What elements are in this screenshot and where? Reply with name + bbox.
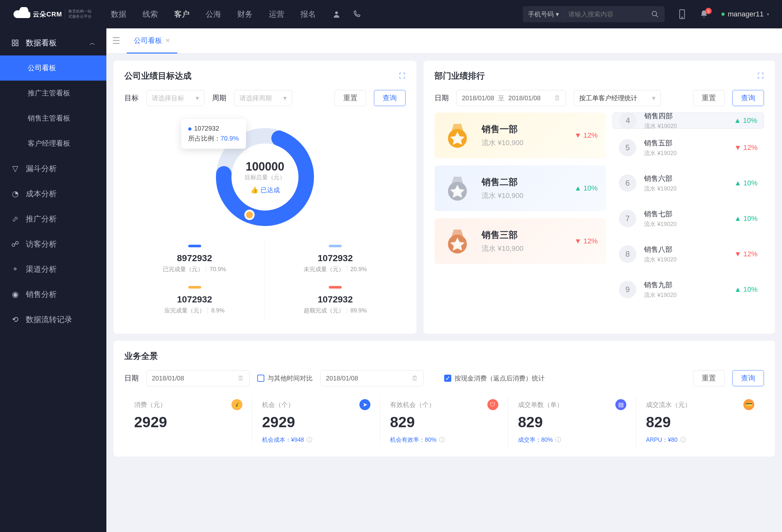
svg-text:3: 3 <box>456 240 460 248</box>
main: ☰ 公司看板✕ 公司业绩目标达成⛶ 目标 请选择目标▾ 周期 请选择周期▾ 重置 <box>106 28 782 532</box>
sidebar-item[interactable]: ⟲数据流转记录 <box>0 307 106 332</box>
topnav-item[interactable]: 财务 <box>237 9 253 19</box>
expand-icon[interactable]: ⛶ <box>399 72 405 80</box>
svg-point-0 <box>335 11 338 14</box>
stat-item: 1072932应完成量（元）8.9% <box>125 280 265 321</box>
achieved-badge: 👍已达成 <box>250 186 280 194</box>
logo: 云朵CRM 教育机构一站式服务云平台 <box>13 7 92 21</box>
sidebar-item[interactable]: ◔成本分析 <box>0 181 106 206</box>
cash-checkbox[interactable]: ✓按现金消费（返点后消费）统计 <box>444 374 545 383</box>
nav-icon: ◔ <box>11 189 19 198</box>
kpi-icon: 💰 <box>232 399 242 410</box>
help-icon[interactable]: ⓘ <box>680 436 686 444</box>
sidebar-item[interactable]: ⚬渠道分析 <box>0 257 106 282</box>
svg-rect-7 <box>16 43 18 46</box>
card-title: 公司业绩目标达成 <box>125 70 191 81</box>
rank-top-item[interactable]: 1销售一部流水 ¥10,900▼ 12% <box>434 112 606 158</box>
nav-icon: ☍ <box>11 240 19 248</box>
expand-icon[interactable]: ⛶ <box>757 72 764 80</box>
kpi-icon: 💳 <box>743 399 754 410</box>
sidebar-item[interactable]: ☍访客分析 <box>0 232 106 257</box>
stat-item: 1072932超额完成（元）89.9% <box>265 280 405 321</box>
reset-button[interactable]: 重置 <box>693 370 724 386</box>
sidebar-item[interactable]: 推广主管看板 <box>0 81 106 106</box>
svg-rect-5 <box>16 40 18 42</box>
reset-button[interactable]: 重置 <box>693 90 724 106</box>
kpi-item: 消费（元）💰2929 <box>125 396 252 447</box>
topnav-item[interactable]: 公海 <box>206 9 221 19</box>
svg-point-3 <box>682 17 682 18</box>
logo-text: 云朵CRM <box>33 10 62 19</box>
user-icon[interactable] <box>332 10 341 19</box>
phone-icon[interactable] <box>352 10 361 19</box>
rank-list-item[interactable]: 6销售六部流水 ¥19020▲ 10% <box>612 167 764 200</box>
logo-icon <box>13 7 30 21</box>
search-type-select[interactable]: 手机号码▾ <box>528 10 564 19</box>
search-input[interactable] <box>568 11 650 18</box>
select-target[interactable]: 请选择目标▾ <box>146 90 204 106</box>
rank-list-item[interactable]: 8销售八部流水 ¥19020▼ 12% <box>612 238 764 271</box>
device-icon[interactable] <box>678 10 686 19</box>
bell-icon[interactable]: 5 <box>700 10 709 19</box>
search-box[interactable]: 手机号码▾ <box>523 6 665 22</box>
sidebar-item[interactable]: ▽漏斗分析 <box>0 156 106 181</box>
rank-list-item[interactable]: 7销售七部流水 ¥19020▲ 10% <box>612 202 764 235</box>
rank-list-item[interactable]: 4销售四部流水 ¥19020▲ 10% <box>612 112 764 129</box>
topnav-item[interactable]: 线索 <box>142 9 158 19</box>
date-input-1[interactable]: 2018/01/08🗓 <box>146 370 249 386</box>
nav-icon: ◉ <box>11 290 19 298</box>
select-period[interactable]: 请选择周期▾ <box>234 90 292 106</box>
date-input-2[interactable]: 2018/01/08🗓 <box>320 370 424 386</box>
tabs-bar: ☰ 公司看板✕ <box>106 28 782 54</box>
topnav-item[interactable]: 运营 <box>269 9 284 19</box>
card-rank: 部门业绩排行⛶ 日期 2018/01/08至2018/01/08🗓 按工单客户经… <box>424 61 775 334</box>
topnav-item[interactable]: 报名 <box>300 9 316 19</box>
kpi-icon: 🛡 <box>487 399 498 410</box>
close-icon[interactable]: ✕ <box>165 37 170 44</box>
stat-item: 8972932已完成量（元）70.9% <box>125 238 265 280</box>
topnav-item[interactable]: 数据 <box>111 9 127 19</box>
sidebar-item[interactable]: 客户经理看板 <box>0 131 106 156</box>
label-date: 日期 <box>125 374 139 383</box>
sidebar-item[interactable]: ⬀推广分析 <box>0 206 106 232</box>
help-icon[interactable]: ⓘ <box>556 436 561 444</box>
kpi-item: 有效机会（个）🛡829机会有效率：80% ⓘ <box>380 396 508 447</box>
query-button[interactable]: 查询 <box>374 90 405 106</box>
donut-value: 100000 <box>246 160 284 174</box>
sidebar-item[interactable]: 公司看板 <box>0 56 106 81</box>
rank-list-item[interactable]: 5销售五部流水 ¥19020▼ 12% <box>612 131 764 164</box>
rank-top-item[interactable]: 2销售二部流水 ¥10,900▲ 10% <box>434 166 606 211</box>
label-period: 周期 <box>212 93 226 103</box>
donut-label: 目标总量（元） <box>245 174 285 181</box>
date-range-input[interactable]: 2018/01/08至2018/01/08🗓 <box>456 90 566 106</box>
query-button[interactable]: 查询 <box>732 90 764 106</box>
topnav: 数据线索客户公海财务运营报名 <box>111 9 316 19</box>
kpi-item: 机会（个）➤2929机会成本：¥948 ⓘ <box>252 396 380 447</box>
sidebar-group-dashboard[interactable]: 数据看板 ︿ <box>0 30 106 56</box>
rank-top-item[interactable]: 3销售三部流水 ¥10,900▼ 12% <box>434 218 606 264</box>
card-goal: 公司业绩目标达成⛶ 目标 请选择目标▾ 周期 请选择周期▾ 重置 查询 <box>113 61 417 334</box>
user-menu[interactable]: manager11▾ <box>721 10 769 19</box>
topbar: 云朵CRM 教育机构一站式服务云平台 数据线索客户公海财务运营报名 手机号码▾ … <box>0 0 782 28</box>
menu-toggle-icon[interactable]: ☰ <box>112 35 120 46</box>
topnav-item[interactable]: 客户 <box>174 9 189 19</box>
stat-item: 1072932未完成量（元）20.9% <box>265 238 405 280</box>
svg-text:1: 1 <box>456 134 460 142</box>
search-icon[interactable] <box>650 10 660 19</box>
sidebar-item[interactable]: ◉销售分析 <box>0 282 106 307</box>
query-button[interactable]: 查询 <box>732 370 764 386</box>
chart-tooltip: 1072932 所占比例：70.9% <box>181 119 246 149</box>
status-dot <box>721 12 724 16</box>
sidebar-item[interactable]: 销售主管看板 <box>0 106 106 131</box>
help-icon[interactable]: ⓘ <box>307 436 312 444</box>
nav-icon: ⚬ <box>11 265 19 274</box>
help-icon[interactable]: ⓘ <box>439 436 445 444</box>
reset-button[interactable]: 重置 <box>334 90 366 106</box>
chevron-up-icon: ︿ <box>90 39 96 47</box>
rank-list-item[interactable]: 9销售九部流水 ¥19020▲ 10% <box>612 273 764 306</box>
select-stat-type[interactable]: 按工单客户经理统计▾ <box>574 90 661 106</box>
nav-icon: ▽ <box>11 165 19 173</box>
compare-checkbox[interactable]: 与其他时间对比 <box>257 374 313 383</box>
tab-company-board[interactable]: 公司看板✕ <box>127 29 177 54</box>
card-title: 部门业绩排行 <box>434 70 485 81</box>
